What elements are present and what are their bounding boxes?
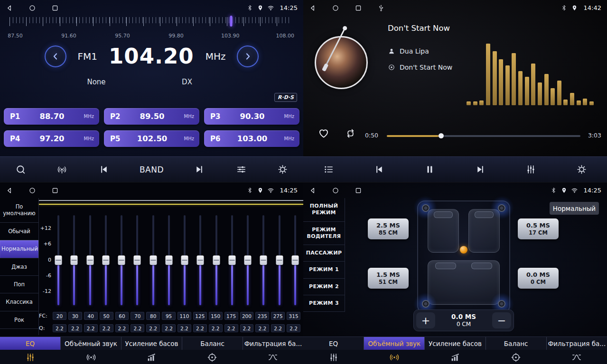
settings-button[interactable] — [277, 164, 288, 175]
recents-icon[interactable] — [355, 4, 362, 12]
settings-button[interactable] — [576, 164, 587, 175]
slider-knob[interactable] — [276, 255, 283, 265]
preset-button-p1[interactable]: P188.70MHz — [4, 108, 99, 125]
listening-position-marker[interactable] — [460, 246, 467, 254]
bass-tab-icon[interactable] — [425, 350, 486, 364]
slider-knob[interactable] — [213, 255, 220, 265]
surround-mode-1[interactable]: ПОЛНЫЙ РЕЖИМ — [303, 198, 345, 222]
profile-button[interactable]: Нормальный — [550, 202, 599, 215]
repeat-button[interactable] — [345, 128, 356, 139]
tune-down-button[interactable] — [45, 46, 66, 67]
slider-knob[interactable] — [291, 255, 299, 265]
tab-bass[interactable]: Усиление басов — [425, 337, 486, 350]
recents-icon[interactable] — [51, 4, 59, 12]
home-icon[interactable] — [28, 187, 36, 194]
band-button[interactable]: BAND — [140, 165, 164, 174]
eq-band-slider[interactable] — [54, 215, 63, 305]
eq-preset-item[interactable]: Поп — [0, 276, 38, 293]
back-icon[interactable] — [6, 187, 13, 194]
tab-balance[interactable]: Баланс — [182, 337, 243, 350]
eq-band-slider[interactable] — [259, 215, 268, 305]
next-track-button[interactable] — [475, 164, 486, 175]
eq-band-slider[interactable] — [70, 215, 78, 305]
eq-preset-item[interactable]: Нормальный — [0, 240, 38, 258]
eq-band-slider[interactable] — [180, 215, 189, 305]
eq-band-slider[interactable] — [275, 215, 284, 305]
slider-knob[interactable] — [55, 255, 62, 265]
back-icon[interactable] — [309, 4, 317, 12]
preset-button-p3[interactable]: P390.30MHz — [204, 108, 299, 125]
progress-knob[interactable] — [439, 133, 444, 138]
front-left-speaker-icon[interactable] — [422, 204, 430, 212]
eq-band-slider[interactable] — [291, 215, 299, 305]
surround-tab-icon[interactable] — [364, 350, 425, 364]
eq-band-slider[interactable] — [165, 215, 173, 305]
preset-button-p4[interactable]: P497.20MHz — [4, 130, 99, 147]
eq-preset-item[interactable]: Обычай — [0, 223, 38, 240]
eq-band-slider[interactable] — [212, 215, 221, 305]
slider-knob[interactable] — [118, 255, 125, 265]
surround-mode-6[interactable]: РЕЖИМ 3 — [303, 295, 345, 312]
eq-band-slider[interactable] — [102, 215, 110, 305]
eq-preset-item[interactable]: Классика — [0, 293, 38, 311]
eq-tab-icon[interactable] — [303, 350, 364, 364]
increase-delay-button[interactable]: + — [416, 312, 435, 328]
rear-left-speaker-icon[interactable] — [422, 300, 430, 308]
pause-button[interactable] — [424, 164, 435, 175]
rear-right-speaker-icon[interactable] — [498, 300, 505, 308]
frequency-ruler[interactable]: 87.5091.6095.7099.80103.90108.00 — [7, 17, 294, 39]
surround-mode-4[interactable]: РЕЖИМ 1 — [303, 262, 345, 278]
home-icon[interactable] — [332, 4, 339, 12]
recents-icon[interactable] — [355, 187, 362, 194]
tab-bass[interactable]: Усиление басов — [121, 337, 182, 350]
eq-band-slider[interactable] — [117, 215, 126, 305]
slider-knob[interactable] — [102, 255, 109, 265]
slider-knob[interactable] — [86, 255, 93, 265]
tab-balance[interactable]: Баланс — [486, 337, 547, 350]
tab-surround[interactable]: Объёмный звук — [364, 337, 425, 350]
slider-knob[interactable] — [134, 255, 141, 265]
tune-up-button[interactable] — [237, 46, 259, 67]
recents-icon[interactable] — [51, 187, 59, 194]
preset-button-p2[interactable]: P289.50MHz — [104, 108, 199, 125]
back-icon[interactable] — [309, 187, 317, 194]
eq-preset-item[interactable]: По умолчанию — [0, 198, 38, 223]
eq-band-slider[interactable] — [228, 215, 236, 305]
slider-knob[interactable] — [149, 255, 157, 265]
slider-knob[interactable] — [181, 255, 188, 265]
slider-knob[interactable] — [260, 255, 267, 265]
balance-tab-icon[interactable] — [486, 350, 546, 364]
bass-tab-icon[interactable] — [121, 350, 182, 364]
slider-knob[interactable] — [244, 255, 252, 265]
filter-tab-icon[interactable] — [546, 350, 607, 364]
tab-filter[interactable]: Фильтрация ба... — [547, 337, 607, 350]
previous-track-button[interactable] — [374, 164, 384, 175]
previous-station-button[interactable] — [98, 164, 109, 175]
decrease-delay-button[interactable]: − — [492, 312, 511, 328]
home-icon[interactable] — [332, 187, 339, 194]
surround-mode-5[interactable]: РЕЖИМ 2 — [303, 279, 345, 295]
slider-knob[interactable] — [165, 255, 172, 265]
eq-preset-item[interactable]: Джаз — [0, 258, 38, 276]
slider-knob[interactable] — [228, 255, 235, 265]
playlist-button[interactable] — [323, 164, 334, 175]
eq-band-slider[interactable] — [133, 215, 141, 305]
audio-settings-button[interactable] — [525, 164, 536, 175]
surround-mode-2[interactable]: РЕЖИМ ВОДИТЕЛЯ — [303, 222, 345, 246]
favorite-heart-button[interactable] — [318, 127, 330, 139]
front-right-speaker-icon[interactable] — [498, 204, 505, 212]
preset-button-p5[interactable]: P5102.50MHz — [104, 130, 199, 147]
surround-tab-icon[interactable] — [61, 350, 121, 364]
tab-surround[interactable]: Объёмный звук — [61, 337, 121, 350]
balance-tab-icon[interactable] — [182, 350, 243, 364]
tab-filter[interactable]: Фильтрация ба... — [243, 337, 303, 350]
home-icon[interactable] — [28, 4, 36, 12]
eq-band-slider[interactable] — [86, 215, 94, 305]
eq-tab-icon[interactable] — [0, 350, 61, 364]
search-button[interactable] — [15, 164, 26, 175]
tab-eq[interactable]: EQ — [303, 337, 364, 350]
filter-tab-icon[interactable] — [243, 350, 303, 364]
slider-knob[interactable] — [197, 255, 204, 265]
eq-preset-item[interactable]: Рок — [0, 311, 38, 329]
slider-knob[interactable] — [71, 255, 78, 265]
